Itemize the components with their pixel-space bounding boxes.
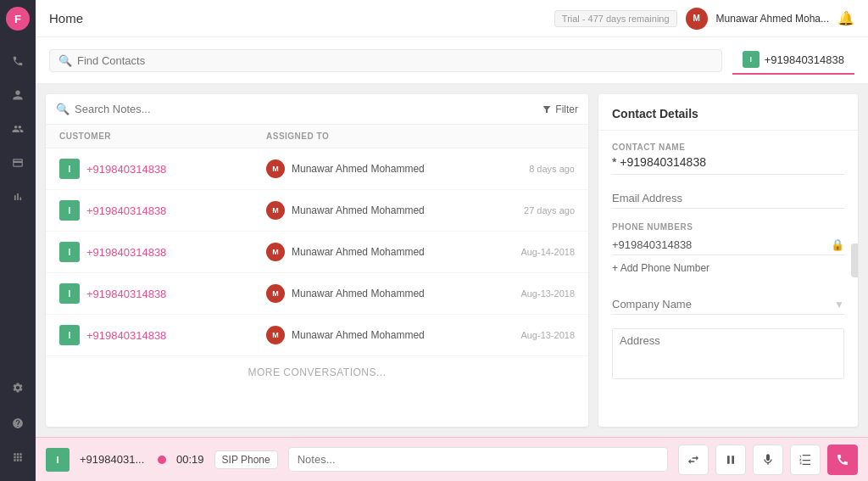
sidebar-item-help[interactable] bbox=[6, 411, 30, 435]
main-content: Home Trial - 477 days remaining M Munawa… bbox=[36, 0, 868, 481]
call-avatar: I bbox=[46, 448, 70, 472]
table-row[interactable]: I +919840314838 M Munawar Ahmed Mohammed… bbox=[46, 315, 588, 356]
phone-numbers-label: PHONE NUMBERS bbox=[612, 222, 844, 232]
agent-cell: M Munawar Ahmed Mohammed bbox=[266, 201, 473, 220]
email-input[interactable] bbox=[612, 188, 844, 209]
sidebar-item-billing[interactable] bbox=[6, 151, 30, 175]
col-assigned: ASSIGNED TO bbox=[266, 131, 473, 141]
phone-numbers-group: PHONE NUMBERS 🔒 + Add Phone Number bbox=[612, 222, 844, 281]
lock-icon: 🔒 bbox=[831, 238, 844, 251]
header-right: Trial - 477 days remaining M Munawar Ahm… bbox=[554, 8, 854, 30]
avatar: I bbox=[59, 159, 80, 179]
avatar: I bbox=[59, 242, 80, 262]
agent-cell: M Munawar Ahmed Mohammed bbox=[266, 243, 473, 261]
agent-name: Munawar Ahmed Mohammed bbox=[292, 246, 425, 258]
recording-indicator bbox=[158, 456, 166, 464]
table-row[interactable]: I +919840314838 M Munawar Ahmed Mohammed… bbox=[46, 148, 588, 190]
table-row[interactable]: I +919840314838 M Munawar Ahmed Mohammed… bbox=[46, 232, 588, 273]
page-title: Home bbox=[49, 11, 83, 25]
end-call-button[interactable] bbox=[827, 445, 858, 475]
keypad-button[interactable] bbox=[790, 445, 821, 475]
time-cell: 8 days ago bbox=[473, 164, 575, 174]
contact-name-value: * +919840314838 bbox=[612, 155, 844, 175]
table-row[interactable]: I +919840314838 M Munawar Ahmed Mohammed… bbox=[46, 190, 588, 232]
contact-name-label: CONTACT NAME bbox=[612, 143, 844, 152]
header: Home Trial - 477 days remaining M Munawa… bbox=[36, 0, 868, 37]
col-time bbox=[473, 131, 575, 141]
address-input[interactable] bbox=[612, 328, 844, 379]
user-name: Munawar Ahmed Moha... bbox=[716, 13, 829, 25]
right-panel: Contact Details CONTACT NAME * +91984031… bbox=[598, 94, 858, 427]
contact-details-title: Contact Details bbox=[612, 107, 698, 120]
customer-cell: I +919840314838 bbox=[59, 159, 266, 179]
content-area: 🔍 Filter CUSTOMER ASSIGNED TO I bbox=[36, 84, 868, 437]
company-row: ▼ bbox=[612, 294, 844, 315]
customer-phone: +919840314838 bbox=[86, 246, 166, 259]
notifications-icon[interactable]: 🔔 bbox=[837, 10, 854, 26]
agent-name: Munawar Ahmed Mohammed bbox=[292, 163, 425, 175]
sidebar-item-settings[interactable] bbox=[6, 376, 30, 400]
panel-search-bar: 🔍 Filter bbox=[46, 94, 588, 125]
customer-phone: +919840314838 bbox=[86, 204, 166, 217]
customer-cell: I +919840314838 bbox=[59, 242, 266, 262]
agent-avatar: M bbox=[266, 201, 285, 220]
contact-name-text: +919840314838 bbox=[620, 155, 706, 169]
customer-cell: I +919840314838 bbox=[59, 200, 266, 221]
email-group bbox=[612, 188, 844, 209]
sip-badge: SIP Phone bbox=[214, 450, 278, 469]
notes-search-input[interactable] bbox=[75, 103, 217, 115]
company-input[interactable] bbox=[612, 298, 834, 310]
address-group bbox=[612, 328, 844, 383]
hold-button[interactable] bbox=[715, 445, 746, 475]
more-conversations-button[interactable]: MORE CONVERSATIONS... bbox=[46, 356, 588, 389]
contact-details-body: CONTACT NAME * +919840314838 PHONE NUMBE… bbox=[598, 131, 858, 427]
left-panel: 🔍 Filter CUSTOMER ASSIGNED TO I bbox=[46, 94, 588, 427]
customer-phone: +919840314838 bbox=[86, 163, 166, 176]
company-dropdown-icon[interactable]: ▼ bbox=[834, 299, 844, 310]
logo-text: F bbox=[14, 13, 21, 25]
customer-phone: +919840314838 bbox=[86, 329, 166, 342]
filter-button[interactable]: Filter bbox=[542, 103, 578, 115]
phone-input[interactable] bbox=[612, 238, 831, 251]
add-phone-button[interactable]: + Add Phone Number bbox=[612, 255, 844, 281]
user-avatar[interactable]: M bbox=[686, 8, 708, 30]
phone-row: 🔒 bbox=[612, 235, 844, 255]
scroll-handle[interactable] bbox=[851, 243, 858, 277]
agent-avatar: M bbox=[266, 326, 285, 344]
sidebar-logo[interactable]: F bbox=[6, 7, 30, 31]
tab-label: +919840314838 bbox=[765, 53, 844, 66]
avatar: I bbox=[59, 283, 80, 304]
find-contacts-input[interactable] bbox=[77, 54, 713, 67]
filter-label: Filter bbox=[555, 103, 578, 115]
notes-input[interactable] bbox=[288, 447, 668, 472]
avatar: I bbox=[59, 325, 80, 345]
agent-avatar: M bbox=[266, 243, 285, 261]
notes-search-icon: 🔍 bbox=[56, 103, 70, 115]
time-cell: Aug-13-2018 bbox=[473, 330, 575, 340]
sidebar-item-users[interactable] bbox=[6, 117, 30, 141]
search-bar: 🔍 I +919840314838 bbox=[36, 37, 868, 84]
customer-cell: I +919840314838 bbox=[59, 325, 266, 345]
table-header: CUSTOMER ASSIGNED TO bbox=[46, 125, 588, 148]
agent-cell: M Munawar Ahmed Mohammed bbox=[266, 326, 473, 344]
bottom-bar: I +91984031... 00:19 SIP Phone bbox=[36, 437, 868, 481]
conversations-list: I +919840314838 M Munawar Ahmed Mohammed… bbox=[46, 148, 588, 427]
transfer-button[interactable] bbox=[678, 445, 709, 475]
mute-button[interactable] bbox=[753, 445, 783, 475]
table-row[interactable]: I +919840314838 M Munawar Ahmed Mohammed… bbox=[46, 273, 588, 315]
contact-details-header: Contact Details bbox=[598, 94, 858, 131]
agent-name: Munawar Ahmed Mohammed bbox=[292, 204, 425, 216]
trial-badge: Trial - 477 days remaining bbox=[554, 10, 677, 27]
contact-tab[interactable]: I +919840314838 bbox=[732, 46, 854, 75]
agent-cell: M Munawar Ahmed Mohammed bbox=[266, 284, 473, 303]
customer-phone: +919840314838 bbox=[86, 288, 166, 300]
sidebar-item-grid[interactable] bbox=[6, 445, 30, 469]
contact-name-prefix: * bbox=[612, 155, 620, 169]
find-contacts-wrap[interactable]: 🔍 bbox=[49, 49, 722, 72]
sidebar-item-contacts[interactable] bbox=[6, 83, 30, 107]
contact-name-group: CONTACT NAME * +919840314838 bbox=[612, 143, 844, 175]
notes-search-wrap[interactable]: 🔍 bbox=[56, 103, 542, 115]
tab-avatar: I bbox=[743, 51, 760, 68]
sidebar-item-phone[interactable] bbox=[6, 49, 30, 73]
sidebar-item-analytics[interactable] bbox=[6, 185, 30, 209]
